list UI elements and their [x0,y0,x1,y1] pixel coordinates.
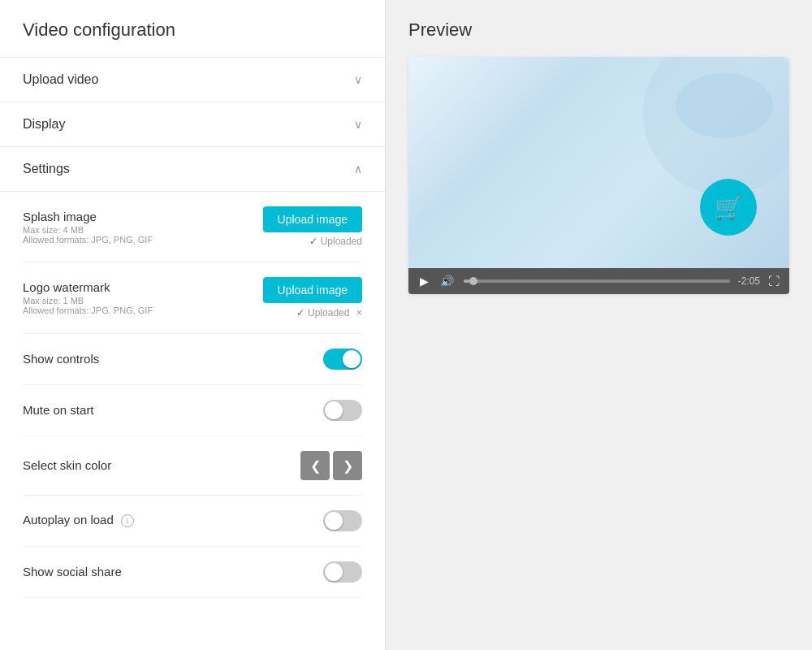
skin-color-prev-button[interactable]: ❮ [300,451,330,480]
logo-watermark-check-icon: ✓ [296,307,304,318]
volume-button[interactable]: 🔊 [438,275,456,288]
mute-on-start-thumb [325,401,343,419]
splash-image-info: Splash image Max size: 4 MB Allowed form… [23,210,153,245]
autoplay-setting: Autoplay on load i [23,496,362,547]
social-share-setting: Show social share [23,547,362,598]
logo-watermark-setting: Logo watermark Max size: 1 MB Allowed fo… [23,262,362,334]
skin-color-arrows: ❮ ❯ [300,451,362,480]
logo-watermark-info: Logo watermark Max size: 1 MB Allowed fo… [23,280,153,315]
show-controls-toggle[interactable] [323,349,362,370]
upload-video-chevron-icon: ∨ [354,73,362,86]
splash-image-setting: Splash image Max size: 4 MB Allowed form… [23,192,362,262]
autoplay-title: Autoplay on load i [23,513,134,527]
settings-section-header[interactable]: Settings ∧ [0,147,385,192]
display-label: Display [23,117,65,132]
chevron-right-icon: ❯ [343,458,353,474]
play-button[interactable]: ▶ [418,275,430,288]
chevron-left-icon: ❮ [310,458,321,474]
play-icon: ▶ [420,275,429,288]
mute-on-start-toggle[interactable] [323,400,362,421]
show-controls-setting: Show controls [23,334,362,385]
cart-icon-wrapper: 🛒 [700,179,757,236]
splash-image-status-text: Uploaded [321,236,362,247]
progress-fill [464,280,469,283]
progress-bar[interactable] [464,280,730,283]
display-chevron-icon: ∨ [354,118,362,131]
cart-icon: 🛒 [715,194,743,221]
fullscreen-button[interactable]: ⛶ [768,275,780,288]
social-share-title: Show social share [23,565,122,578]
progress-dot [469,277,477,285]
show-controls-thumb [343,350,361,368]
logo-watermark-formats: Allowed formats: JPG, PNG, GIF [23,306,153,315]
settings-content: Splash image Max size: 4 MB Allowed form… [0,192,385,598]
logo-watermark-delete-button[interactable]: × [356,306,362,318]
skin-color-setting: Select skin color ❮ ❯ [23,436,362,496]
autoplay-thumb [325,512,343,530]
upload-video-label: Upload video [23,72,98,87]
skin-color-title: Select skin color [23,458,111,472]
mute-on-start-setting: Mute on start [23,385,362,436]
fullscreen-icon: ⛶ [768,275,780,288]
show-controls-title: Show controls [23,352,99,366]
social-share-toggle[interactable] [323,561,362,583]
autoplay-toggle[interactable] [323,510,362,531]
preview-title: Preview [408,20,789,41]
splash-image-check-icon: ✓ [309,236,317,247]
logo-watermark-controls: Upload image ✓ Uploaded × [263,277,362,318]
upload-video-section[interactable]: Upload video ∨ [0,58,385,102]
splash-image-status: ✓ Uploaded [309,236,362,247]
skin-color-next-button[interactable]: ❯ [333,451,362,480]
settings-chevron-icon: ∧ [354,162,362,176]
settings-label: Settings [23,162,70,176]
mute-on-start-title: Mute on start [23,403,94,417]
splash-image-upload-button[interactable]: Upload image [263,206,362,232]
video-preview-container: 🛒 ▶ 🔊 -2:05 ⛶ [408,57,789,294]
left-panel: Video configuration Upload video ∨ Displ… [0,0,386,650]
logo-watermark-title: Logo watermark [23,280,153,294]
logo-watermark-upload-button[interactable]: Upload image [263,277,362,303]
splash-image-formats: Allowed formats: JPG, PNG, GIF [23,235,153,245]
logo-watermark-status-text: Uploaded [308,307,349,318]
panel-title: Video configuration [0,0,385,58]
autoplay-info-icon[interactable]: i [121,514,134,527]
splash-image-controls: Upload image ✓ Uploaded [263,206,362,247]
right-panel: Preview 🛒 ▶ 🔊 - [386,0,812,650]
volume-icon: 🔊 [440,275,454,288]
splash-image-maxsize: Max size: 4 MB [23,225,153,235]
logo-watermark-status: ✓ Uploaded × [296,306,362,318]
time-display: -2:05 [738,275,760,287]
video-frame: 🛒 [408,57,789,268]
logo-watermark-maxsize: Max size: 1 MB [23,296,153,306]
splash-image-title: Splash image [23,210,153,223]
social-share-thumb [325,563,343,581]
display-section[interactable]: Display ∨ [0,102,385,147]
video-controls-bar: ▶ 🔊 -2:05 ⛶ [408,268,789,294]
